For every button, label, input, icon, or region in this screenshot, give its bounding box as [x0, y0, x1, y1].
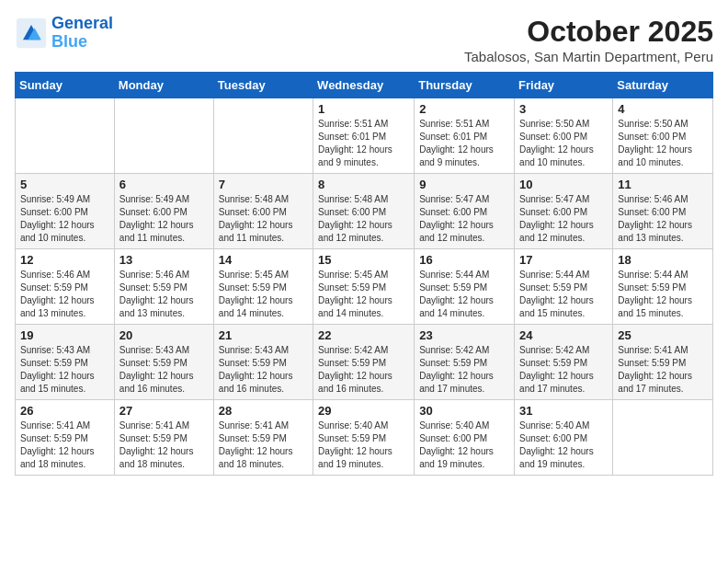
day-info: Sunrise: 5:41 AM Sunset: 5:59 PM Dayligh… [20, 419, 109, 471]
calendar-cell: 19Sunrise: 5:43 AM Sunset: 5:59 PM Dayli… [16, 325, 115, 400]
weekday-header-monday: Monday [114, 73, 213, 98]
day-number: 7 [219, 178, 308, 191]
day-info: Sunrise: 5:49 AM Sunset: 6:00 PM Dayligh… [119, 193, 209, 245]
calendar-cell: 23Sunrise: 5:42 AM Sunset: 5:59 PM Dayli… [415, 325, 515, 400]
day-number: 26 [20, 404, 109, 418]
day-info: Sunrise: 5:46 AM Sunset: 5:59 PM Dayligh… [119, 269, 209, 320]
week-row-5: 26Sunrise: 5:41 AM Sunset: 5:59 PM Dayli… [16, 400, 713, 476]
day-info: Sunrise: 5:42 AM Sunset: 5:59 PM Dayligh… [519, 344, 608, 396]
day-number: 18 [618, 253, 708, 267]
day-info: Sunrise: 5:48 AM Sunset: 6:00 PM Dayligh… [219, 193, 308, 245]
calendar-cell: 17Sunrise: 5:44 AM Sunset: 5:59 PM Dayli… [515, 249, 613, 325]
day-info: Sunrise: 5:49 AM Sunset: 6:00 PM Dayligh… [20, 193, 109, 245]
calendar-cell: 13Sunrise: 5:46 AM Sunset: 5:59 PM Dayli… [114, 249, 213, 325]
logo-icon [15, 17, 48, 50]
weekday-header-wednesday: Wednesday [313, 73, 415, 98]
day-number: 21 [219, 328, 308, 342]
day-number: 14 [219, 253, 308, 267]
calendar-cell: 14Sunrise: 5:45 AM Sunset: 5:59 PM Dayli… [213, 249, 313, 325]
day-info: Sunrise: 5:45 AM Sunset: 5:59 PM Dayligh… [219, 269, 308, 320]
day-number: 5 [20, 178, 109, 191]
day-number: 20 [119, 328, 209, 342]
calendar-cell: 8Sunrise: 5:48 AM Sunset: 6:00 PM Daylig… [313, 174, 415, 249]
day-info: Sunrise: 5:40 AM Sunset: 5:59 PM Dayligh… [318, 419, 409, 471]
day-number: 11 [618, 178, 708, 191]
calendar-cell [613, 400, 713, 476]
day-info: Sunrise: 5:47 AM Sunset: 6:00 PM Dayligh… [519, 193, 608, 245]
day-info: Sunrise: 5:46 AM Sunset: 6:00 PM Dayligh… [618, 193, 708, 245]
day-info: Sunrise: 5:44 AM Sunset: 5:59 PM Dayligh… [618, 269, 708, 320]
day-number: 12 [20, 253, 109, 267]
calendar-cell: 25Sunrise: 5:41 AM Sunset: 5:59 PM Dayli… [613, 325, 713, 400]
month-title: October 2025 [464, 15, 713, 49]
calendar-cell: 30Sunrise: 5:40 AM Sunset: 6:00 PM Dayli… [415, 400, 515, 476]
calendar-cell: 12Sunrise: 5:46 AM Sunset: 5:59 PM Dayli… [16, 249, 115, 325]
calendar-cell [213, 98, 313, 174]
day-number: 28 [219, 404, 308, 418]
day-info: Sunrise: 5:51 AM Sunset: 6:01 PM Dayligh… [318, 118, 409, 169]
day-info: Sunrise: 5:44 AM Sunset: 5:59 PM Dayligh… [419, 269, 509, 320]
day-info: Sunrise: 5:47 AM Sunset: 6:00 PM Dayligh… [419, 193, 509, 245]
day-info: Sunrise: 5:50 AM Sunset: 6:00 PM Dayligh… [618, 118, 708, 169]
day-info: Sunrise: 5:41 AM Sunset: 5:59 PM Dayligh… [618, 344, 708, 396]
day-info: Sunrise: 5:43 AM Sunset: 5:59 PM Dayligh… [219, 344, 308, 396]
day-number: 9 [419, 178, 509, 191]
day-number: 23 [419, 328, 509, 342]
logo-line1: General [51, 14, 113, 32]
calendar-cell: 11Sunrise: 5:46 AM Sunset: 6:00 PM Dayli… [613, 174, 713, 249]
week-row-4: 19Sunrise: 5:43 AM Sunset: 5:59 PM Dayli… [16, 325, 713, 400]
calendar-cell: 26Sunrise: 5:41 AM Sunset: 5:59 PM Dayli… [16, 400, 115, 476]
calendar-cell: 7Sunrise: 5:48 AM Sunset: 6:00 PM Daylig… [213, 174, 313, 249]
calendar-cell: 31Sunrise: 5:40 AM Sunset: 6:00 PM Dayli… [515, 400, 613, 476]
calendar-cell: 6Sunrise: 5:49 AM Sunset: 6:00 PM Daylig… [114, 174, 213, 249]
day-info: Sunrise: 5:41 AM Sunset: 5:59 PM Dayligh… [219, 419, 308, 471]
day-number: 19 [20, 328, 109, 342]
day-number: 31 [519, 404, 608, 418]
calendar-cell: 10Sunrise: 5:47 AM Sunset: 6:00 PM Dayli… [515, 174, 613, 249]
calendar-cell: 3Sunrise: 5:50 AM Sunset: 6:00 PM Daylig… [515, 98, 613, 174]
day-number: 27 [119, 404, 209, 418]
day-info: Sunrise: 5:48 AM Sunset: 6:00 PM Dayligh… [318, 193, 409, 245]
weekday-header-tuesday: Tuesday [213, 73, 313, 98]
day-info: Sunrise: 5:42 AM Sunset: 5:59 PM Dayligh… [318, 344, 409, 396]
weekday-header-thursday: Thursday [415, 73, 515, 98]
day-info: Sunrise: 5:45 AM Sunset: 5:59 PM Dayligh… [318, 269, 409, 320]
day-info: Sunrise: 5:44 AM Sunset: 5:59 PM Dayligh… [519, 269, 608, 320]
day-number: 16 [419, 253, 509, 267]
calendar-cell: 22Sunrise: 5:42 AM Sunset: 5:59 PM Dayli… [313, 325, 415, 400]
calendar-cell: 1Sunrise: 5:51 AM Sunset: 6:01 PM Daylig… [313, 98, 415, 174]
week-row-3: 12Sunrise: 5:46 AM Sunset: 5:59 PM Dayli… [16, 249, 713, 325]
day-number: 13 [119, 253, 209, 267]
weekday-header-row: SundayMondayTuesdayWednesdayThursdayFrid… [16, 73, 713, 98]
logo-line2: Blue [51, 32, 87, 51]
weekday-header-friday: Friday [515, 73, 613, 98]
day-number: 6 [119, 178, 209, 191]
day-number: 1 [318, 102, 409, 116]
day-info: Sunrise: 5:50 AM Sunset: 6:00 PM Dayligh… [519, 118, 608, 169]
calendar-table: SundayMondayTuesdayWednesdayThursdayFrid… [15, 72, 713, 476]
day-info: Sunrise: 5:40 AM Sunset: 6:00 PM Dayligh… [519, 419, 608, 471]
calendar-cell: 5Sunrise: 5:49 AM Sunset: 6:00 PM Daylig… [16, 174, 115, 249]
day-info: Sunrise: 5:51 AM Sunset: 6:01 PM Dayligh… [419, 118, 509, 169]
day-number: 8 [318, 178, 409, 191]
day-number: 29 [318, 404, 409, 418]
day-info: Sunrise: 5:43 AM Sunset: 5:59 PM Dayligh… [20, 344, 109, 396]
calendar-cell [114, 98, 213, 174]
header: General Blue October 2025 Tabalosos, San… [15, 15, 713, 64]
calendar-cell: 27Sunrise: 5:41 AM Sunset: 5:59 PM Dayli… [114, 400, 213, 476]
day-info: Sunrise: 5:43 AM Sunset: 5:59 PM Dayligh… [119, 344, 209, 396]
calendar-cell: 2Sunrise: 5:51 AM Sunset: 6:01 PM Daylig… [415, 98, 515, 174]
calendar-cell: 4Sunrise: 5:50 AM Sunset: 6:00 PM Daylig… [613, 98, 713, 174]
day-number: 22 [318, 328, 409, 342]
calendar-cell: 28Sunrise: 5:41 AM Sunset: 5:59 PM Dayli… [213, 400, 313, 476]
weekday-header-saturday: Saturday [613, 73, 713, 98]
week-row-1: 1Sunrise: 5:51 AM Sunset: 6:01 PM Daylig… [16, 98, 713, 174]
day-info: Sunrise: 5:42 AM Sunset: 5:59 PM Dayligh… [419, 344, 509, 396]
day-info: Sunrise: 5:46 AM Sunset: 5:59 PM Dayligh… [20, 269, 109, 320]
calendar-cell: 21Sunrise: 5:43 AM Sunset: 5:59 PM Dayli… [213, 325, 313, 400]
calendar-cell: 24Sunrise: 5:42 AM Sunset: 5:59 PM Dayli… [515, 325, 613, 400]
logo-text: General Blue [51, 15, 113, 52]
calendar-cell: 16Sunrise: 5:44 AM Sunset: 5:59 PM Dayli… [415, 249, 515, 325]
day-number: 30 [419, 404, 509, 418]
logo: General Blue [15, 15, 113, 52]
